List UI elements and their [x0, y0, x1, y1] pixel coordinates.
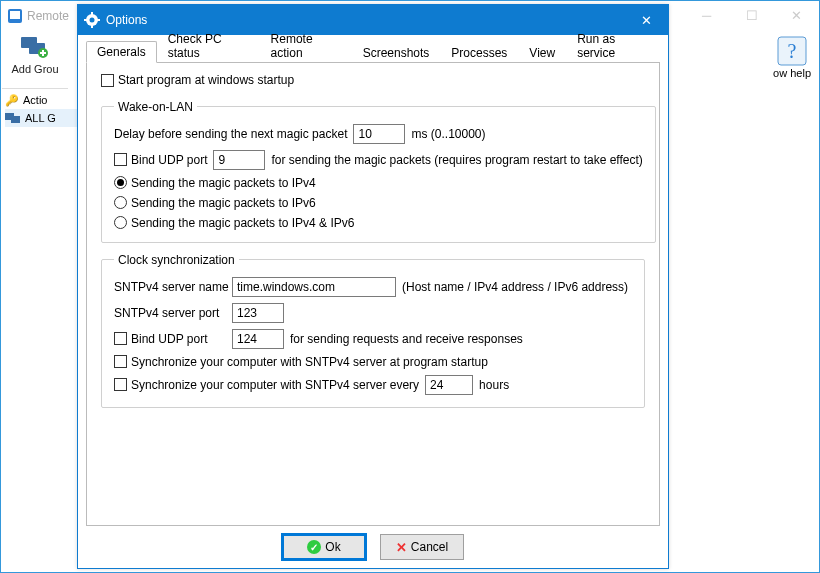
checkbox-start-at-startup-label: Start program at windows startup	[118, 73, 294, 87]
radio-icon	[114, 196, 127, 209]
svg-rect-1	[10, 11, 20, 19]
x-icon: ✕	[396, 540, 407, 555]
svg-rect-6	[40, 52, 46, 54]
checkbox-icon	[114, 332, 127, 345]
radio-wol-ipv4[interactable]: Sending the magic packets to IPv4	[114, 176, 316, 190]
checkbox-clock-bind-udp-label: Bind UDP port	[131, 332, 207, 346]
toolbar-add-group-label: Add Grou	[11, 63, 58, 75]
tab-strip: Generals Check PC status Remote action S…	[86, 41, 660, 63]
minimize-button[interactable]: ─	[684, 1, 729, 29]
sync-every-hours-input[interactable]	[425, 375, 473, 395]
radio-wol-ipv4-ipv6[interactable]: Sending the magic packets to IPv4 & IPv6	[114, 216, 354, 230]
tree-item-all-groups-label: ALL G	[25, 110, 56, 126]
wol-udp-suffix: for sending the magic packets (requires …	[271, 153, 642, 167]
sntp-server-name-hint: (Host name / IPv4 address / IPv6 address…	[402, 280, 628, 294]
help-icon: ?	[776, 35, 808, 67]
checkbox-sync-at-startup-label: Synchronize your computer with SNTPv4 se…	[131, 355, 488, 369]
close-button[interactable]: ✕	[774, 1, 819, 29]
radio-icon	[114, 216, 127, 229]
group-clock-sync-legend: Clock synchronization	[114, 253, 239, 267]
toolbar-help-label: ow help	[773, 67, 811, 79]
radio-wol-ipv6-label: Sending the magic packets to IPv6	[131, 196, 316, 210]
main-title-text: Remote	[27, 9, 69, 23]
tab-run-as-service[interactable]: Run as service	[566, 28, 660, 63]
radio-wol-ipv4-label: Sending the magic packets to IPv4	[131, 176, 316, 190]
svg-rect-10	[11, 116, 20, 123]
tree-item-actions[interactable]: 🔑 Actio	[5, 91, 77, 109]
radio-icon	[114, 176, 127, 189]
maximize-button[interactable]: ☐	[729, 1, 774, 29]
tab-screenshots[interactable]: Screenshots	[352, 42, 441, 63]
cancel-button[interactable]: ✕ Cancel	[380, 534, 464, 560]
sync-every-suffix: hours	[479, 378, 509, 392]
checkbox-sync-at-startup[interactable]: Synchronize your computer with SNTPv4 se…	[114, 355, 488, 369]
group-wake-on-lan: Wake-on-LAN Delay before sending the nex…	[101, 100, 656, 243]
clock-udp-port-input[interactable]	[232, 329, 284, 349]
tab-generals[interactable]: Generals	[86, 41, 157, 63]
sntp-server-name-label: SNTPv4 server name	[114, 280, 226, 294]
ok-button-label: Ok	[325, 540, 340, 554]
svg-text:?: ?	[788, 40, 797, 62]
dialog-body: Generals Check PC status Remote action S…	[78, 35, 668, 568]
sidebar-tree: 🔑 Actio ALL G	[5, 91, 77, 127]
dialog-title-text: Options	[106, 13, 147, 27]
checkbox-wol-bind-udp-label: Bind UDP port	[131, 153, 207, 167]
group-wake-on-lan-legend: Wake-on-LAN	[114, 100, 197, 114]
gear-dialog-icon	[84, 12, 100, 28]
check-circle-icon: ✓	[307, 540, 321, 554]
options-dialog: Options ✕ Generals Check PC status Remot…	[77, 4, 669, 569]
main-window-controls: ─ ☐ ✕	[684, 1, 819, 29]
svg-point-12	[90, 18, 95, 23]
wol-udp-port-input[interactable]	[213, 150, 265, 170]
monitors-icon	[5, 112, 21, 124]
sntp-server-port-input[interactable]	[232, 303, 284, 323]
tree-item-actions-label: Actio	[23, 92, 47, 108]
group-clock-sync: Clock synchronization SNTPv4 server name…	[101, 253, 645, 408]
toolbar-add-group[interactable]: Add Grou	[2, 31, 68, 87]
checkbox-icon	[114, 153, 127, 166]
monitors-plus-icon	[19, 31, 51, 63]
checkbox-sync-every-label: Synchronize your computer with SNTPv4 se…	[131, 378, 419, 392]
tree-item-all-groups[interactable]: ALL G	[5, 109, 77, 127]
key-icon: 🔑	[5, 92, 19, 108]
clock-udp-suffix: for sending requests and receive respons…	[290, 332, 523, 346]
tab-view[interactable]: View	[518, 42, 566, 63]
tab-processes[interactable]: Processes	[440, 42, 518, 63]
cancel-button-label: Cancel	[411, 540, 448, 554]
checkbox-icon	[101, 74, 114, 87]
wol-delay-label: Delay before sending the next magic pack…	[114, 127, 347, 141]
wol-delay-suffix: ms (0..10000)	[411, 127, 485, 141]
tab-panel-generals: Start program at windows startup Wake-on…	[86, 63, 660, 526]
toolbar-help[interactable]: ? ow help	[773, 35, 811, 79]
checkbox-clock-bind-udp[interactable]: Bind UDP port	[114, 332, 226, 346]
radio-wol-ipv6[interactable]: Sending the magic packets to IPv6	[114, 196, 316, 210]
main-toolbar: Add Grou	[2, 31, 68, 89]
checkbox-icon	[114, 355, 127, 368]
dialog-button-bar: ✓ Ok ✕ Cancel	[86, 526, 660, 568]
radio-wol-both-label: Sending the magic packets to IPv4 & IPv6	[131, 216, 354, 230]
checkbox-sync-every[interactable]: Synchronize your computer with SNTPv4 se…	[114, 378, 419, 392]
sntp-server-port-label: SNTPv4 server port	[114, 306, 226, 320]
checkbox-start-at-startup[interactable]: Start program at windows startup	[101, 73, 294, 87]
checkbox-icon	[114, 378, 127, 391]
checkbox-wol-bind-udp[interactable]: Bind UDP port	[114, 153, 207, 167]
app-icon	[7, 8, 23, 24]
wol-delay-input[interactable]	[353, 124, 405, 144]
tab-check-pc-status[interactable]: Check PC status	[157, 28, 260, 63]
tab-remote-action[interactable]: Remote action	[260, 28, 352, 63]
ok-button[interactable]: ✓ Ok	[282, 534, 366, 560]
sntp-server-name-input[interactable]	[232, 277, 396, 297]
